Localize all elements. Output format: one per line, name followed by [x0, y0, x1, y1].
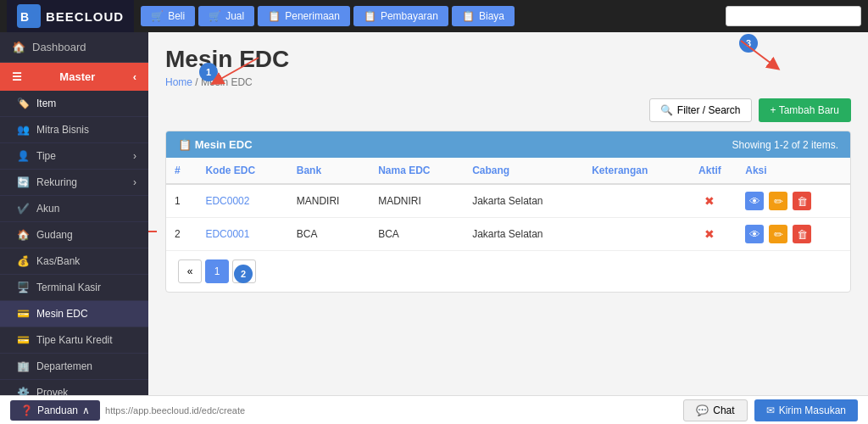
kas-label: Kas/Bank	[36, 255, 80, 267]
sidebar-item-mesin-edc[interactable]: 💳 Mesin EDC	[0, 301, 148, 327]
pembayaran-label: Pembayaran	[381, 10, 438, 22]
sidebar-item-tipe-kartu-kredit[interactable]: 💳 Tipe Kartu Kredit	[0, 327, 148, 354]
master-label: Master	[59, 70, 95, 83]
chat-icon: 💬	[696, 404, 709, 416]
edit-button-row1[interactable]: ✏	[769, 192, 787, 210]
dashboard-icon: 🏠	[12, 41, 25, 53]
sidebar-item-kas-bank[interactable]: 💰 Kas/Bank	[0, 248, 148, 275]
view-button-row2[interactable]: 👁	[745, 225, 764, 243]
inactive-icon-2: ✖	[704, 227, 715, 241]
panduan-icon: ❓	[20, 404, 33, 416]
table-row: 1 EDC0002 MANDIRI MADNIRI Jakarta Selata…	[166, 184, 850, 218]
delete-button-row1[interactable]: 🗑	[793, 192, 811, 210]
sidebar-item-item[interactable]: 🏷️ Item	[0, 91, 148, 117]
mitra-label: Mitra Bisnis	[36, 124, 89, 136]
departemen-icon: 🏢	[17, 360, 30, 372]
filter-search-button[interactable]: 🔍 Filter / Search	[649, 98, 752, 122]
table-card: 📋 Mesin EDC Showing 1-2 of 2 items. # Ko…	[165, 131, 851, 293]
breadcrumb-separator: /	[195, 76, 198, 88]
master-collapse-icon: ‹	[133, 70, 136, 83]
jual-icon: 🛒	[209, 10, 221, 22]
penerimaan-icon: 📋	[268, 10, 281, 22]
proyek-label: Proyek	[36, 387, 68, 395]
kirim-masukan-button[interactable]: ✉ Kirim Masukan	[754, 399, 858, 421]
tipe-arrow-icon: ›	[133, 150, 136, 162]
item-label: Item	[36, 98, 56, 109]
col-kode-edc: Kode EDC	[197, 158, 287, 184]
jual-button[interactable]: 🛒 Jual	[198, 6, 254, 26]
status-url: https://app.beecloud.id/edc/create	[105, 405, 245, 416]
col-aktif: Aktif	[683, 158, 737, 184]
row1-cabang: Jakarta Selatan	[464, 184, 583, 218]
chat-button[interactable]: 💬 Chat	[683, 399, 747, 421]
sidebar-master-section[interactable]: ☰ Master ‹	[0, 63, 148, 91]
panduan-button[interactable]: ❓ Panduan ∧	[10, 400, 100, 421]
table-row: 2 EDC0001 BCA BCA Jakarta Selatan ✖ 👁	[166, 218, 850, 251]
sidebar-item-terminal-kasir[interactable]: 🖥️ Terminal Kasir	[0, 275, 148, 301]
top-search-container	[726, 6, 861, 26]
sidebar-item-gudang[interactable]: 🏠 Gudang	[0, 222, 148, 248]
svg-text:B: B	[20, 10, 29, 24]
breadcrumb-home[interactable]: Home	[165, 76, 192, 88]
tipe-icon: 👤	[17, 150, 30, 162]
pagination-prev[interactable]: «	[178, 259, 202, 283]
kas-icon: 💰	[17, 255, 30, 267]
search-input[interactable]	[726, 6, 861, 26]
bottom-left: ❓ Panduan ∧ https://app.beecloud.id/edc/…	[10, 400, 245, 421]
toolbar: 🔍 Filter / Search + Tambah Baru	[165, 98, 851, 122]
breadcrumb-current: Mesin EDC	[201, 76, 253, 88]
layout: 🏠 Dashboard ☰ Master ‹ 🏷️ Item 👥 Mitra B…	[0, 32, 868, 395]
beli-button[interactable]: 🛒 Beli	[141, 6, 195, 26]
tambah-label: + Tambah Baru	[771, 104, 840, 116]
col-nama-edc: Nama EDC	[370, 158, 464, 184]
main-content: 1 Mesin EDC Home / Mesin EDC 3 🔍 Filter …	[148, 32, 868, 395]
view-button-row1[interactable]: 👁	[745, 192, 764, 210]
showing-text: Showing 1-2 of 2 items.	[732, 139, 838, 151]
arrow-sidebar	[148, 219, 165, 244]
logo-icon: B	[17, 4, 41, 28]
bottom-bar: ❓ Panduan ∧ https://app.beecloud.id/edc/…	[0, 395, 868, 424]
biaya-icon: 📋	[462, 10, 475, 22]
sidebar-item-dashboard[interactable]: 🏠 Dashboard	[0, 32, 148, 63]
row1-keterangan	[583, 184, 682, 218]
top-nav-buttons: 🛒 Beli 🛒 Jual 📋 Penerimaan 📋 Pembayaran …	[141, 6, 515, 26]
sidebar-item-akun[interactable]: ✔️ Akun	[0, 196, 148, 222]
row2-keterangan	[583, 218, 682, 251]
row1-no: 1	[166, 184, 197, 218]
delete-button-row2[interactable]: 🗑	[793, 225, 811, 243]
col-cabang: Cabang	[464, 158, 583, 184]
logo: B BEECLOUD	[7, 0, 134, 32]
pagination-current[interactable]: 1	[205, 259, 229, 283]
beli-label: Beli	[168, 10, 185, 22]
row2-no: 2	[166, 218, 197, 251]
table-title: 📋 Mesin EDC	[178, 138, 253, 151]
mesin-edc-icon: 💳	[17, 308, 30, 320]
pembayaran-button[interactable]: 📋 Pembayaran	[353, 6, 448, 26]
pagination-next[interactable]: »	[232, 259, 256, 283]
breadcrumb: Home / Mesin EDC	[165, 76, 851, 88]
biaya-button[interactable]: 📋 Biaya	[452, 6, 515, 26]
sidebar-item-mitra-bisnis[interactable]: 👥 Mitra Bisnis	[0, 117, 148, 143]
penerimaan-button[interactable]: 📋 Penerimaan	[258, 6, 350, 26]
mesin-edc-label: Mesin EDC	[36, 308, 88, 320]
gudang-label: Gudang	[36, 229, 73, 241]
table-title-text: Mesin EDC	[195, 138, 253, 151]
col-bank: Bank	[288, 158, 370, 184]
sidebar-item-departemen[interactable]: 🏢 Departemen	[0, 354, 148, 380]
col-aksi: Aksi	[737, 158, 850, 184]
row2-nama: BCA	[370, 218, 464, 251]
mitra-icon: 👥	[17, 124, 30, 136]
sidebar-item-rekuring[interactable]: 🔄 Rekuring ›	[0, 170, 148, 196]
sidebar-item-tipe[interactable]: 👤 Tipe ›	[0, 143, 148, 170]
filter-label: Filter / Search	[677, 104, 741, 116]
top-navigation: B BEECLOUD 🛒 Beli 🛒 Jual 📋 Penerimaan 📋 …	[0, 0, 868, 32]
chat-label: Chat	[713, 404, 734, 416]
beli-icon: 🛒	[151, 10, 164, 22]
tipe-kartu-label: Tipe Kartu Kredit	[36, 334, 113, 346]
col-keterangan: Keterangan	[583, 158, 682, 184]
tambah-baru-button[interactable]: + Tambah Baru	[759, 98, 852, 122]
logo-text: BEECLOUD	[46, 9, 124, 24]
tipe-kartu-icon: 💳	[17, 334, 30, 346]
sidebar-item-proyek[interactable]: ⚙️ Proyek	[0, 380, 148, 395]
edit-button-row2[interactable]: ✏	[769, 225, 787, 243]
